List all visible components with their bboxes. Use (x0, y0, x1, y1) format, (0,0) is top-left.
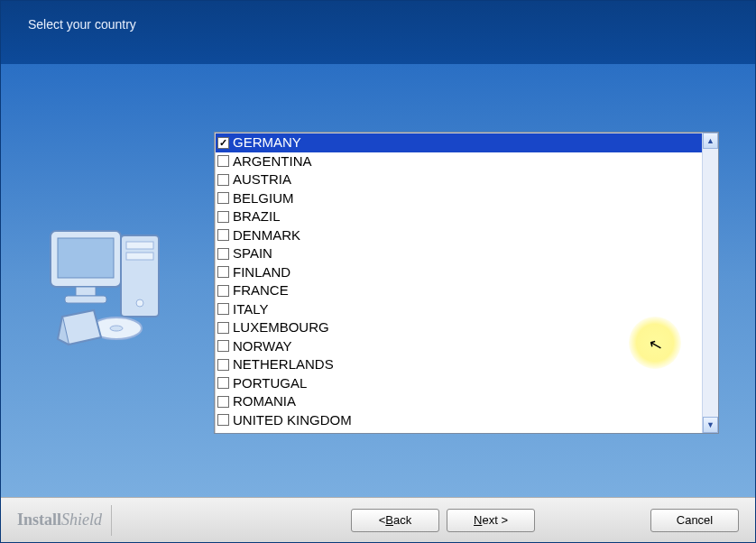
back-rest: ack (393, 513, 411, 527)
checkbox[interactable] (217, 211, 229, 223)
svg-point-9 (110, 326, 123, 331)
footer: InstallShield < Back Next > Cancel (1, 497, 755, 542)
footer-divider (111, 505, 112, 536)
scroll-up-button[interactable]: ▲ (703, 133, 718, 149)
next-mnemonic: N (474, 513, 482, 527)
nav-button-group: < Back Next > (344, 509, 535, 532)
brand-bold: Install (17, 511, 61, 529)
body: GERMANYARGENTINAAUSTRIABELGIUMBRAZILDENM… (1, 64, 755, 497)
checkbox[interactable] (217, 377, 229, 389)
installer-window: Select your country (0, 0, 756, 543)
next-button[interactable]: Next > (447, 509, 535, 532)
country-label: ROMANIA (233, 392, 296, 410)
country-label: FINLAND (233, 263, 290, 281)
cancel-button[interactable]: Cancel (650, 509, 739, 532)
country-label: AUSTRIA (233, 170, 291, 189)
scroll-track[interactable] (703, 149, 718, 417)
checkbox[interactable] (217, 414, 229, 426)
country-label: LUXEMBOURG (233, 318, 329, 336)
left-pane (1, 64, 214, 497)
checkbox[interactable] (217, 285, 229, 297)
country-label: ITALY (233, 300, 268, 318)
checkbox[interactable] (217, 192, 229, 204)
list-item[interactable]: ARGENTINA (216, 152, 702, 171)
country-label: FRANCE (233, 281, 289, 299)
list-item[interactable]: BELGIUM (216, 189, 702, 208)
checkbox[interactable] (217, 174, 229, 186)
svg-rect-5 (58, 238, 114, 278)
country-label: BRAZIL (233, 207, 281, 225)
checkbox[interactable] (217, 266, 229, 278)
next-rest: ext > (482, 513, 508, 527)
header: Select your country (1, 1, 755, 64)
list-item[interactable]: FRANCE (216, 281, 702, 300)
chevron-up-icon: ▲ (706, 136, 715, 145)
checkbox[interactable] (217, 340, 229, 352)
country-label: UNITED KINGDOM (233, 411, 352, 429)
brand-label: InstallShield (17, 511, 102, 529)
svg-point-3 (136, 299, 143, 307)
checkbox[interactable] (217, 322, 229, 334)
list-item[interactable]: BRAZIL (216, 207, 702, 226)
country-label: NETHERLANDS (233, 355, 334, 373)
country-listbox[interactable]: GERMANYARGENTINAAUSTRIABELGIUMBRAZILDENM… (214, 132, 719, 434)
back-button[interactable]: < Back (351, 509, 439, 532)
back-mnemonic: B (385, 513, 393, 527)
svg-rect-7 (65, 296, 106, 303)
checkbox[interactable] (217, 396, 229, 408)
list-item[interactable]: LUXEMBOURG (216, 318, 702, 337)
listbox-content: GERMANYARGENTINAAUSTRIABELGIUMBRAZILDENM… (215, 133, 702, 433)
checkbox[interactable] (217, 303, 229, 315)
country-label: SPAIN (233, 244, 272, 262)
country-label: DENMARK (233, 226, 300, 244)
checkbox[interactable] (217, 137, 229, 149)
svg-rect-6 (76, 287, 96, 296)
list-item[interactable]: PORTUGAL (216, 374, 702, 393)
list-item[interactable]: UNITED KINGDOM (216, 411, 702, 430)
list-item[interactable]: ROMANIA (216, 392, 702, 411)
back-prefix: < (379, 513, 386, 527)
country-label: BELGIUM (233, 189, 294, 207)
checkbox[interactable] (217, 248, 229, 260)
list-item[interactable]: FINLAND (216, 263, 702, 282)
country-label: GERMANY (233, 133, 301, 152)
country-label: PORTUGAL (233, 374, 307, 392)
scroll-down-button[interactable]: ▼ (703, 417, 718, 433)
list-item[interactable]: SPAIN (216, 244, 702, 263)
svg-rect-1 (126, 242, 153, 249)
list-item[interactable]: DENMARK (216, 226, 702, 245)
country-label: NORWAY (233, 337, 292, 355)
list-item[interactable]: NORWAY (216, 337, 702, 356)
checkbox[interactable] (217, 155, 229, 167)
list-item[interactable]: ITALY (216, 300, 702, 319)
svg-rect-2 (126, 253, 153, 260)
page-title: Select your country (28, 17, 136, 32)
checkbox[interactable] (217, 359, 229, 371)
list-item[interactable]: GERMANY (216, 133, 702, 152)
list-item[interactable]: AUSTRIA (216, 170, 702, 189)
brand-light: Shield (61, 511, 102, 529)
computer-icon (31, 204, 184, 357)
right-pane: GERMANYARGENTINAAUSTRIABELGIUMBRAZILDENM… (214, 64, 755, 497)
checkbox[interactable] (217, 229, 229, 241)
scrollbar[interactable]: ▲ ▼ (702, 133, 718, 433)
country-label: ARGENTINA (233, 152, 312, 170)
chevron-down-icon: ▼ (706, 420, 715, 429)
list-item[interactable]: NETHERLANDS (216, 355, 702, 374)
